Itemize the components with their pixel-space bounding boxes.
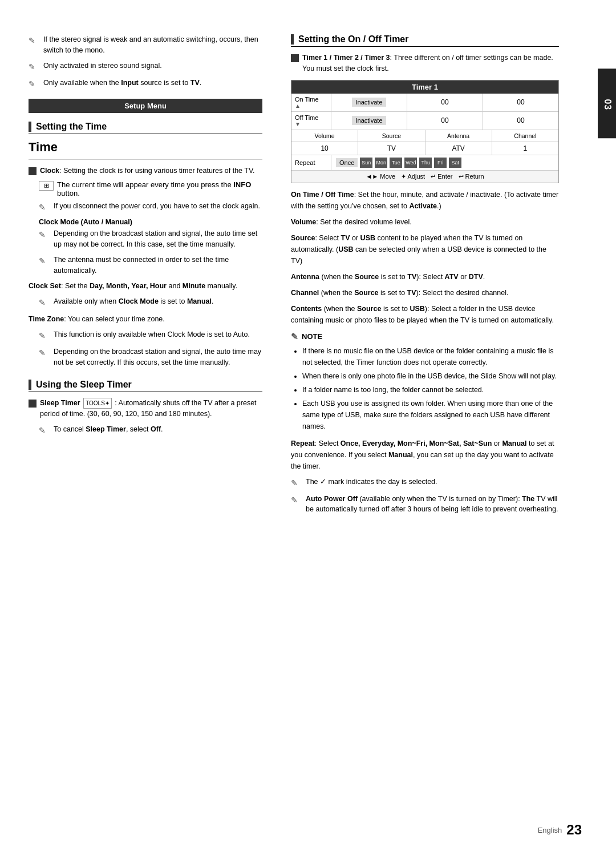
on-time-m: 00	[483, 94, 558, 111]
volume-desc: Volume: Set the desired volume level.	[291, 216, 559, 228]
side-tab: 03 Basic Features	[598, 68, 616, 138]
repeat-label-row: Repeat Once Sun Mon Tue Wed Thu Fri Sat	[291, 155, 558, 171]
on-off-time-desc: On Time / Off Time: Set the hour, minute…	[291, 189, 559, 212]
off-inactivate-col: Inactivate	[331, 112, 407, 130]
auto-note: This function is only available when Clo…	[39, 329, 262, 368]
list-item: Each USB you use is assigned its own fol…	[302, 398, 559, 432]
pencil-icon	[39, 203, 46, 212]
on-time-h: 00	[407, 94, 483, 111]
inactivate-col: Inactivate	[331, 94, 407, 111]
footer-lang: English	[538, 826, 562, 834]
once-box: Once	[336, 158, 358, 167]
list-item: When there is only one photo file in the…	[302, 370, 559, 382]
left-column: If the stereo signal is weak and an auto…	[0, 23, 279, 832]
available-note: Available only when Clock Mode is set to…	[39, 296, 262, 309]
sleep-timer-title: Using the Sleep Timer	[36, 380, 132, 390]
channel-val: 1	[492, 142, 558, 155]
vsac-labels-row: Volume Source Antenna Channel	[291, 130, 558, 142]
pencil-icon	[29, 80, 35, 88]
right-column: Setting the On / Off Timer Timer 1 / Tim…	[279, 23, 587, 832]
source-desc: Source: Select TV or USB content to be p…	[291, 232, 559, 267]
on-time-row: On Time ▲ Inactivate 00 00	[291, 94, 558, 112]
pencil-icon	[29, 37, 35, 45]
pencil-icon	[39, 426, 46, 435]
nav-return: ↩ Return	[459, 173, 484, 180]
repeat-label: Repeat	[291, 155, 331, 170]
time-title: Time	[29, 140, 262, 155]
sleep-timer-bullet: Sleep Timer TOOLS✦ : Automatically shuts…	[29, 398, 262, 420]
square-icon	[29, 400, 37, 408]
section-bar	[29, 380, 31, 390]
pencil-icon	[39, 231, 46, 239]
info-icon: ⊞	[39, 181, 54, 191]
off-time-m: 00	[483, 112, 558, 130]
setting-time-section-header: Setting the Time	[29, 122, 262, 134]
nav-adjust: ✦ Adjust	[401, 173, 425, 180]
chapter-number: 03	[602, 99, 613, 111]
contents-desc: Contents (when the Source is set to USB)…	[291, 303, 559, 326]
pencil-icon	[291, 479, 298, 487]
day-wed: Wed	[404, 158, 417, 168]
clock-set-text: Clock Set: Set the Day, Month, Year, Hou…	[29, 280, 262, 292]
section-bar	[29, 122, 31, 132]
list-item: This function is only available when Clo…	[39, 329, 262, 342]
day-sun: Sun	[360, 158, 372, 168]
antenna-desc: Antenna (when the Source is set to TV): …	[291, 271, 559, 283]
on-off-timer-section-header: Setting the On / Off Timer	[291, 34, 559, 47]
checkmark-note: The ✓ mark indicates the day is selected…	[291, 477, 559, 489]
day-fri: Fri	[434, 158, 447, 168]
list-item: To cancel Sleep Timer, select Off.	[39, 424, 262, 437]
list-item: If there is no music file on the USB dev…	[302, 345, 559, 368]
antenna-val: ATV	[425, 142, 492, 155]
channel-desc: Channel (when the Source is set to TV): …	[291, 287, 559, 299]
on-off-timer-title: Setting the On / Off Timer	[298, 34, 409, 45]
cancel-note: To cancel Sleep Timer, select Off.	[39, 424, 262, 437]
list-item: Depending on the broadcast station and s…	[39, 228, 262, 250]
tools-badge: TOOLS✦	[83, 398, 112, 409]
page-number: 23	[566, 822, 582, 838]
timer-diagram: Timer 1 On Time ▲ Inactivate 00 00 Off T…	[291, 80, 559, 183]
info-note: ⊞ The current time will appear every tim…	[39, 180, 262, 213]
off-time-label: Off Time ▼	[291, 112, 331, 130]
note-box: ✎ NOTE If there is no music file on the …	[291, 332, 559, 432]
time-zone-text: Time Zone: You can select your time zone…	[29, 313, 262, 325]
off-time-h: 00	[407, 112, 483, 130]
setup-menu-header: Setup Menu	[29, 99, 262, 113]
square-icon	[291, 54, 299, 62]
divider	[29, 159, 262, 160]
source-label: Source	[358, 130, 425, 142]
nav-move: ◄► Move	[366, 173, 395, 180]
nav-enter: ↵ Enter	[431, 173, 452, 180]
clock-bullet: Clock: Setting the clock is for using va…	[29, 166, 262, 176]
section-bar	[291, 34, 294, 45]
clock-mode-header: Clock Mode (Auto / Manual)	[39, 218, 262, 226]
list-item: If a folder name is too long, the folder…	[302, 384, 559, 396]
volume-label: Volume	[291, 130, 358, 142]
list-item: Depending on the broadcast station and s…	[39, 346, 262, 368]
note-header: ✎ NOTE	[291, 332, 559, 342]
note-list: If there is no music file on the USB dev…	[302, 345, 559, 432]
pencil-icon	[39, 349, 46, 357]
pencil-icon	[291, 496, 298, 505]
day-mon: Mon	[375, 158, 387, 168]
day-sat: Sat	[449, 158, 461, 168]
list-item: The antenna must be connected in order t…	[39, 255, 262, 276]
list-item: Available only when Clock Mode is set to…	[39, 296, 262, 309]
setting-time-title: Setting the Time	[36, 122, 107, 132]
source-val: TV	[358, 142, 425, 155]
antenna-label: Antenna	[425, 130, 492, 142]
on-time-label: On Time ▲	[291, 94, 331, 111]
page-footer: English 23	[538, 822, 582, 838]
pencil-icon	[29, 63, 35, 71]
day-tue: Tue	[390, 158, 402, 168]
list-item: Only activated in stereo sound signal.	[29, 61, 262, 73]
list-item: If you disconnect the power cord, you ha…	[39, 201, 262, 213]
volume-val: 10	[291, 142, 358, 155]
clock-mode-block: Clock Mode (Auto / Manual) Depending on …	[39, 218, 262, 276]
vsac-values-row: 10 TV ATV 1	[291, 142, 558, 155]
day-thu: Thu	[419, 158, 432, 168]
channel-label: Channel	[492, 130, 558, 142]
timer-title: Timer 1	[291, 80, 558, 94]
list-item: Only available when the Input source is …	[29, 78, 262, 90]
repeat-days-row: Once Sun Mon Tue Wed Thu Fri Sat	[331, 155, 558, 170]
